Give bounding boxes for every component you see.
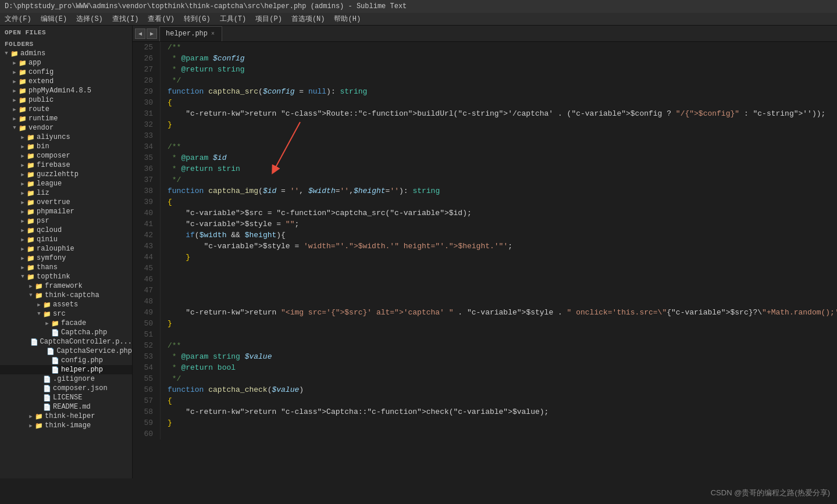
tree-item-admins[interactable]: ▼📁admins (0, 49, 132, 58)
main-layout: OPEN FILES FOLDERS ▼📁admins▶📁app▶📁config… (0, 26, 837, 478)
menu-item-工具(T)[interactable]: 工具(T) (215, 13, 251, 25)
tree-item-Captcha.php[interactable]: 📄Captcha.php (0, 328, 132, 337)
menu-item-项目(P)[interactable]: 项目(P) (251, 13, 287, 25)
code-line: /** (168, 141, 837, 152)
tree-item-assets[interactable]: ▶📁assets (0, 300, 132, 309)
tree-item-label: helper.php (61, 366, 103, 374)
tree-item-composer[interactable]: ▶📁composer (0, 151, 132, 160)
line-number: 38 (137, 185, 153, 196)
code-line: { (168, 196, 837, 208)
tree-item-think-captcha[interactable]: ▼📁think-captcha (0, 291, 132, 300)
watermark: CSDN @贵哥的编程之路(热爱分享) (711, 488, 830, 498)
code-line: "c-return-kw">return "c-class">Route::"c… (168, 108, 837, 119)
code-line (168, 130, 837, 141)
tree-item-public[interactable]: ▶📁public (0, 95, 132, 105)
tree-item-composer.json[interactable]: 📄composer.json (0, 384, 132, 393)
tree-item-runtime[interactable]: ▶📁runtime (0, 114, 132, 123)
folder-icon: 📁 (27, 180, 35, 188)
code-line (168, 285, 837, 296)
tree-item-phpMyAdmin[interactable]: ▶📁phpMyAdmin4.8.5 (0, 86, 132, 95)
code-line: } (168, 417, 837, 428)
tree-item-label: runtime (29, 115, 58, 123)
tab-close-icon[interactable]: × (211, 31, 215, 37)
tree-item-CaptchaService.php[interactable]: 📄CaptchaService.php (0, 346, 132, 356)
tree-item-label: qiniu (37, 235, 58, 244)
tree-item-overtrue[interactable]: ▶📁overtrue (0, 198, 132, 207)
menu-item-首选项(N)[interactable]: 首选项(N) (287, 13, 330, 25)
tree-item-label: think-helper (45, 412, 95, 420)
tree-item-bin[interactable]: ▶📁bin (0, 142, 132, 151)
tree-item-qiniu[interactable]: ▶📁qiniu (0, 235, 132, 244)
tree-item-config.php[interactable]: 📄config.php (0, 356, 132, 365)
code-line: */ (168, 373, 837, 384)
editor-wrapper: ◀ ▶ helper.php × 25262728293031323334353… (133, 26, 837, 478)
tree-item-label: LICENSE (53, 394, 82, 402)
tree-item-psr[interactable]: ▶📁psr (0, 216, 132, 226)
tree-expand-icon: ▶ (19, 199, 27, 206)
nav-forward[interactable]: ▶ (147, 28, 157, 39)
tree-expand-icon: ▶ (19, 264, 27, 271)
tree-item-ralouphie[interactable]: ▶📁ralouphie (0, 244, 132, 253)
folder-icon: 📁 (27, 245, 35, 253)
tree-item-phpmailer[interactable]: ▶📁phpmailer (0, 207, 132, 216)
line-number: 35 (137, 152, 153, 163)
tree-item-extend[interactable]: ▶📁extend (0, 77, 132, 86)
tree-item-firebase[interactable]: ▶📁firebase (0, 160, 132, 170)
code-line: function captcha_check($value) (168, 384, 837, 395)
tree-item-README.md[interactable]: 📄README.md (0, 402, 132, 412)
editor[interactable]: 2526272829303132333435363738394041424344… (133, 42, 837, 478)
code-lines[interactable]: /** * @param $config * @return string */… (161, 42, 837, 439)
menu-item-选择(S)[interactable]: 选择(S) (72, 13, 108, 25)
tree-expand-icon: ▶ (10, 69, 19, 76)
tree-item-vendor[interactable]: ▼📁vendor (0, 123, 132, 133)
code-line: /** (168, 42, 837, 53)
tree-item-CaptchaController.php[interactable]: 📄CaptchaController.p... (0, 337, 132, 346)
tree-item-helper.php[interactable]: 📄helper.php (0, 365, 132, 374)
tree-item-src[interactable]: ▼📁src (0, 309, 132, 319)
nav-back[interactable]: ◀ (135, 28, 145, 39)
code-line: * @return string (168, 64, 837, 75)
tree-item-LICENSE[interactable]: 📄LICENSE (0, 393, 132, 402)
folder-icon: 📁 (35, 292, 43, 299)
line-number: 59 (137, 417, 153, 428)
menu-item-转到(G)[interactable]: 转到(G) (179, 13, 215, 25)
line-number: 25 (137, 42, 153, 53)
tree-item-symfony[interactable]: ▶📁symfony (0, 253, 132, 263)
tree-item-label: vendor (29, 124, 54, 132)
menu-item-查看(V)[interactable]: 查看(V) (143, 13, 179, 25)
tree-item-qcloud[interactable]: ▶📁qcloud (0, 226, 132, 235)
file-icon: 📄 (51, 329, 59, 337)
tree-item-facade[interactable]: ▶📁facade (0, 319, 132, 328)
menu-item-编辑(E)[interactable]: 编辑(E) (36, 13, 72, 25)
folder-icon: 📁 (35, 422, 43, 430)
tree-item-liz[interactable]: ▶📁liz (0, 188, 132, 198)
tree-item-topthink[interactable]: ▼📁topthink (0, 272, 132, 281)
file-icon: 📄 (30, 338, 38, 346)
tree-item-think-image[interactable]: ▶📁think-image (0, 421, 132, 430)
folder-icon: 📁 (27, 264, 35, 271)
file-icon: 📄 (43, 403, 51, 411)
tree-item-aliyuncs[interactable]: ▶📁aliyuncs (0, 133, 132, 142)
tree-item-think-helper[interactable]: ▶📁think-helper (0, 412, 132, 421)
tree-item-thans[interactable]: ▶📁thans (0, 263, 132, 272)
titlebar-text: D:\phptstudy_pro\WWW\admins\vendor\topth… (5, 2, 407, 10)
code-line: */ (168, 174, 837, 185)
tree-item-label: CaptchaService.php (56, 347, 132, 355)
folder-icon: 📁 (27, 190, 35, 197)
tree-item-config[interactable]: ▶📁config (0, 67, 132, 77)
tree-item-route[interactable]: ▶📁route (0, 105, 132, 114)
tree-item-guzzlehttp[interactable]: ▶📁guzzlehttp (0, 170, 132, 179)
tree-expand-icon: ▶ (19, 144, 27, 150)
menu-item-帮助(H)[interactable]: 帮助(H) (329, 13, 365, 25)
tab-helper-php[interactable]: helper.php × (159, 26, 222, 41)
folder-icon: 📁 (27, 171, 35, 178)
menu-item-查找(I)[interactable]: 查找(I) (108, 13, 144, 25)
tree-item-label: ralouphie (37, 245, 74, 253)
file-icon: 📄 (43, 394, 51, 402)
tree-item-league[interactable]: ▶📁league (0, 179, 132, 188)
tree-item-framework[interactable]: ▶📁framework (0, 281, 132, 291)
tree-item-app[interactable]: ▶📁app (0, 58, 132, 67)
tree-item-.gitignore[interactable]: 📄.gitignore (0, 374, 132, 384)
tree-expand-icon: ▶ (19, 255, 27, 262)
menu-item-文件(F)[interactable]: 文件(F) (0, 13, 36, 25)
